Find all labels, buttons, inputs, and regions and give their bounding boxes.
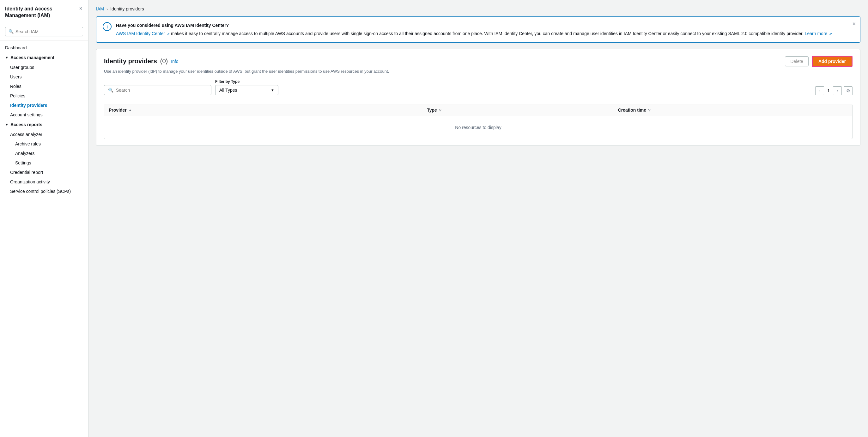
access-management-chevron: ▼	[5, 56, 8, 59]
access-reports-chevron: ▼	[5, 123, 8, 126]
info-banner: i Have you considered using AWS IAM Iden…	[96, 17, 860, 43]
sidebar: Identity and Access Management (IAM) × 🔍…	[0, 0, 89, 437]
info-banner-title: Have you considered using AWS IAM Identi…	[116, 22, 854, 29]
panel-count: (0)	[160, 58, 168, 65]
sidebar-header: Identity and Access Management (IAM) ×	[0, 0, 88, 23]
identity-providers-panel: Identity providers (0) Info Delete Add p…	[96, 49, 860, 146]
panel-header: Identity providers (0) Info Delete Add p…	[104, 56, 852, 67]
sidebar-item-users[interactable]: Users	[5, 72, 88, 82]
sidebar-item-access-analyzer[interactable]: Access analyzer	[5, 129, 88, 139]
access-reports-label: Access reports	[10, 122, 42, 127]
filter-row: 🔍 Filter by Type All Types ▼	[104, 79, 278, 95]
sidebar-section-access-reports[interactable]: ▼ Access reports	[0, 119, 88, 129]
info-banner-close-button[interactable]: ×	[852, 21, 856, 27]
access-reports-items: Access analyzer Archive rules Analyzers …	[0, 129, 88, 196]
sidebar-item-credential-report[interactable]: Credential report	[5, 168, 88, 177]
filter-by-type-label: Filter by Type	[215, 79, 278, 84]
identity-providers-table: Provider ▲ Type ▽ Creation time ▽ No res…	[104, 104, 852, 139]
panel-title-row: Identity providers (0) Info	[104, 58, 179, 65]
search-input[interactable]	[116, 88, 207, 93]
access-management-label: Access management	[10, 55, 54, 60]
info-banner-content: Have you considered using AWS IAM Identi…	[116, 22, 854, 37]
sidebar-nav: Dashboard ▼ Access management User group…	[0, 40, 88, 199]
type-select-arrow-icon: ▼	[271, 88, 274, 92]
info-banner-icon: i	[103, 22, 112, 31]
sidebar-search-icon: 🔍	[8, 29, 13, 34]
sidebar-search-section: 🔍	[0, 23, 88, 40]
breadcrumb-parent-link[interactable]: IAM	[96, 6, 104, 11]
th-provider-sort-icon: ▲	[129, 108, 132, 112]
panel-description: Use an identity provider (IdP) to manage…	[104, 69, 852, 74]
info-banner-body-text: makes it easy to centrally manage access…	[171, 31, 805, 36]
settings-gear-button[interactable]: ⚙	[844, 86, 852, 95]
sidebar-item-dashboard[interactable]: Dashboard	[0, 43, 88, 53]
type-select[interactable]: All Types ▼	[215, 85, 278, 95]
sidebar-item-organization-activity[interactable]: Organization activity	[5, 177, 88, 186]
sidebar-item-settings[interactable]: Settings	[10, 158, 88, 168]
page-number: 1	[826, 88, 831, 93]
panel-actions: Delete Add provider	[785, 56, 852, 67]
main-content: IAM › Identity providers i Have you cons…	[89, 0, 868, 437]
panel-title: Identity providers	[104, 58, 157, 65]
prev-page-button[interactable]: ‹	[815, 86, 824, 95]
sidebar-item-analyzers[interactable]: Analyzers	[10, 149, 88, 158]
sidebar-title: Identity and Access Management (IAM)	[5, 6, 79, 19]
th-creation-time-label: Creation time	[618, 108, 646, 113]
breadcrumb: IAM › Identity providers	[96, 6, 860, 11]
add-provider-button[interactable]: Add provider	[812, 56, 852, 67]
sidebar-item-roles[interactable]: Roles	[5, 82, 88, 91]
table-header-row: Provider ▲ Type ▽ Creation time ▽	[104, 104, 852, 116]
th-creation-time[interactable]: Creation time ▽	[614, 104, 852, 116]
search-box[interactable]: 🔍	[104, 85, 211, 95]
search-filter-group: 🔍	[104, 85, 211, 95]
sidebar-item-archive-rules[interactable]: Archive rules	[10, 139, 88, 149]
type-filter-group: Filter by Type All Types ▼	[215, 79, 278, 95]
sidebar-item-identity-providers[interactable]: Identity providers	[5, 100, 88, 110]
sidebar-item-policies[interactable]: Policies	[5, 91, 88, 100]
sidebar-search-wrap[interactable]: 🔍	[5, 27, 83, 36]
delete-button[interactable]: Delete	[785, 56, 808, 66]
breadcrumb-separator: ›	[106, 7, 108, 11]
access-analyzer-subitems: Archive rules Analyzers Settings	[5, 139, 88, 168]
sidebar-item-account-settings[interactable]: Account settings	[5, 110, 88, 119]
th-type-label: Type	[427, 108, 437, 113]
th-type[interactable]: Type ▽	[423, 104, 613, 116]
sidebar-section-access-management[interactable]: ▼ Access management	[0, 53, 88, 63]
search-box-icon: 🔍	[108, 88, 114, 93]
panel-info-link[interactable]: Info	[171, 59, 178, 64]
access-management-items: User groups Users Roles Policies Identit…	[0, 63, 88, 119]
type-select-value: All Types	[219, 88, 237, 93]
next-page-button[interactable]: ›	[833, 86, 842, 95]
info-banner-body: AWS IAM Identity Center ⇗ makes it easy …	[116, 30, 854, 37]
pagination-row: ‹ 1 › ⚙	[815, 86, 852, 95]
th-provider[interactable]: Provider ▲	[104, 104, 423, 116]
sidebar-search-input[interactable]	[16, 29, 80, 34]
table-empty-message: No resources to display	[104, 116, 852, 139]
info-banner-link[interactable]: AWS IAM Identity Center ⇗	[116, 31, 170, 36]
th-creation-time-sort-icon: ▽	[648, 108, 651, 112]
breadcrumb-current-page: Identity providers	[110, 6, 144, 11]
sidebar-item-service-control-policies[interactable]: Service control policies (SCPs)	[5, 186, 88, 196]
sidebar-item-user-groups[interactable]: User groups	[5, 63, 88, 72]
learn-more-link[interactable]: Learn more ⇗	[805, 31, 832, 36]
sidebar-close-button[interactable]: ×	[79, 6, 83, 11]
ext-link-icon-2: ⇗	[829, 32, 832, 36]
th-provider-label: Provider	[109, 108, 127, 113]
ext-link-icon-1: ⇗	[167, 32, 170, 36]
th-type-sort-icon: ▽	[439, 108, 441, 112]
